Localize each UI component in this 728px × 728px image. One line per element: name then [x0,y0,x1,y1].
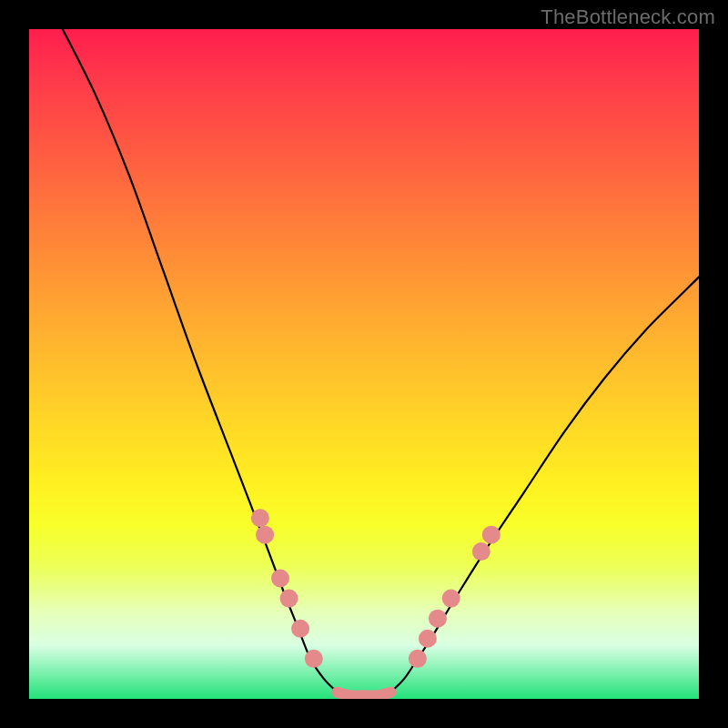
marker-dot [419,630,437,648]
series-valley-floor [338,693,391,696]
marker-dot [472,542,490,561]
marker-dot [251,509,269,527]
marker-dot [482,526,500,544]
marker-dot [429,610,447,628]
marker-dot [305,650,323,668]
chart-svg [29,29,699,699]
plot-area [29,29,699,699]
watermark-text: TheBottleneck.com [541,5,715,29]
marker-dot [256,526,274,544]
marker-dot [271,570,289,588]
series-right-curve [390,277,699,692]
markers-group [251,509,500,668]
marker-dot [442,590,460,608]
marker-dot [280,590,298,608]
marker-dot [409,650,427,668]
marker-dot [291,620,309,638]
chart-frame: TheBottleneck.com [0,0,728,728]
series-group [63,29,699,696]
